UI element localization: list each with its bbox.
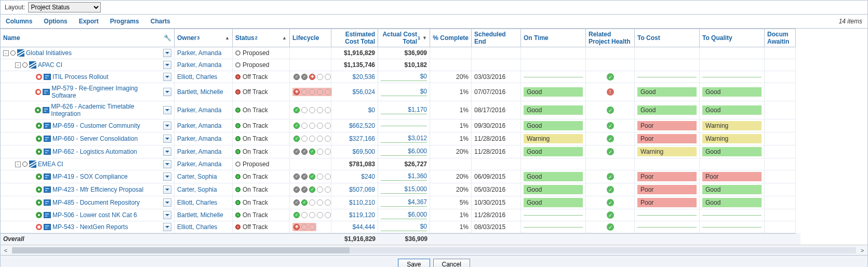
tree-toggle[interactable]: - xyxy=(3,50,9,56)
row-name-link[interactable]: ITIL Process Rollout xyxy=(52,73,109,81)
row-menu-dropdown[interactable] xyxy=(163,122,171,130)
scroll-track[interactable] xyxy=(12,247,856,253)
menu-columns[interactable]: Columns xyxy=(6,18,32,25)
on-time-value[interactable]: Good xyxy=(524,147,583,156)
estimated-cost-value[interactable]: $0 xyxy=(334,106,375,114)
owner-link[interactable]: Parker, Amanda xyxy=(177,106,221,114)
owner-link[interactable]: Parker, Amanda xyxy=(177,49,221,57)
on-time-value[interactable] xyxy=(524,76,583,77)
row-menu-dropdown[interactable] xyxy=(163,106,171,114)
row-menu-dropdown[interactable] xyxy=(163,73,171,81)
to-cost-value[interactable]: Poor xyxy=(637,172,697,181)
actual-cost-value[interactable]: $0 xyxy=(381,223,427,231)
to-quality-value[interactable]: Good xyxy=(702,105,762,115)
col-related-project-health[interactable]: Related Project Health xyxy=(586,29,635,47)
row-name-link[interactable]: MP-660 - Server Consolidation xyxy=(52,135,138,142)
col-estimated-cost[interactable]: Estimated Cost Total xyxy=(331,29,378,47)
estimated-cost-value[interactable]: $69,500 xyxy=(334,148,375,155)
row-name-link[interactable]: MP-579 - Re-Engineer Imaging Software xyxy=(51,85,162,99)
col-pct-complete[interactable]: % Complete xyxy=(430,29,472,47)
on-time-value[interactable]: Good xyxy=(524,172,583,181)
actual-cost-value[interactable]: $6,000 xyxy=(381,211,427,219)
scroll-thumb[interactable] xyxy=(12,247,350,253)
actual-cost-value[interactable] xyxy=(381,125,427,126)
tree-radio[interactable] xyxy=(10,50,16,56)
wrench-icon[interactable]: 🔧 xyxy=(164,34,171,42)
on-time-value[interactable]: Good xyxy=(524,105,583,115)
owner-link[interactable]: Elliott, Charles xyxy=(177,223,217,231)
menu-options[interactable]: Options xyxy=(44,18,67,25)
menu-programs[interactable]: Programs xyxy=(110,18,139,25)
row-name-link[interactable]: MP-485 - Document Repository xyxy=(52,199,140,206)
row-name-link[interactable]: MP-419 - SOX Compliance xyxy=(52,173,128,180)
to-quality-value[interactable] xyxy=(702,226,762,228)
on-time-value[interactable]: Warning xyxy=(524,134,583,143)
row-menu-dropdown[interactable] xyxy=(163,148,171,156)
estimated-cost-value[interactable]: $327,166 xyxy=(334,135,375,142)
row-menu-dropdown[interactable] xyxy=(163,49,171,57)
col-lifecycle[interactable]: Lifecycle xyxy=(290,29,331,47)
col-to-quality[interactable]: To Quality xyxy=(700,29,765,47)
row-menu-dropdown[interactable] xyxy=(163,211,171,219)
row-name-link[interactable]: Global Initiatives xyxy=(26,49,72,57)
on-time-value[interactable] xyxy=(524,215,583,216)
estimated-cost-value[interactable]: $20,536 xyxy=(334,73,375,81)
menu-export[interactable]: Export xyxy=(79,18,99,25)
owner-link[interactable]: Elliott, Charles xyxy=(177,199,217,206)
horizontal-scrollbar[interactable]: < > xyxy=(1,245,867,255)
row-menu-dropdown[interactable] xyxy=(163,88,171,96)
owner-link[interactable]: Parker, Amanda xyxy=(177,122,221,129)
row-name-link[interactable]: MP-506 - Lower cost NK Cat 6 xyxy=(52,211,137,219)
col-scheduled-end[interactable]: Scheduled End xyxy=(472,29,521,47)
owner-link[interactable]: Carter, Sophia xyxy=(177,173,217,180)
actual-cost-value[interactable]: $1,170 xyxy=(381,106,427,114)
owner-link[interactable]: Carter, Sophia xyxy=(177,186,217,193)
tree-radio[interactable] xyxy=(22,162,28,167)
col-to-cost[interactable]: To Cost xyxy=(635,29,700,47)
actual-cost-value[interactable]: $3,012 xyxy=(381,135,427,143)
row-name-link[interactable]: MP-659 - Customer Community xyxy=(52,122,140,129)
row-menu-dropdown[interactable] xyxy=(163,198,171,207)
to-quality-value[interactable]: Warning xyxy=(702,134,762,143)
col-status[interactable]: Status2 ▲ xyxy=(233,29,290,47)
on-time-value[interactable] xyxy=(524,226,583,228)
row-menu-dropdown[interactable] xyxy=(163,135,171,143)
row-menu-dropdown[interactable] xyxy=(163,172,171,181)
tree-toggle[interactable]: - xyxy=(15,162,21,167)
actual-cost-value[interactable]: $15,000 xyxy=(381,185,427,194)
col-on-time[interactable]: On Time xyxy=(521,29,586,47)
owner-link[interactable]: Bartlett, Michelle xyxy=(177,88,223,96)
row-name-link[interactable]: MP-543 - NextGen Reports xyxy=(52,223,128,231)
to-cost-value[interactable]: Warning xyxy=(637,147,697,156)
on-time-value[interactable]: Good xyxy=(524,87,583,97)
col-actual-cost[interactable]: Actual Cost Total1 ▼ xyxy=(378,29,430,47)
to-cost-value[interactable] xyxy=(637,215,697,216)
estimated-cost-value[interactable]: $507,069 xyxy=(334,186,375,193)
col-name[interactable]: Name 🔧 xyxy=(1,29,175,47)
owner-link[interactable]: Bartlett, Michelle xyxy=(177,211,223,219)
to-cost-value[interactable]: Poor xyxy=(637,198,697,207)
save-button[interactable]: Save xyxy=(398,259,430,268)
owner-link[interactable]: Parker, Amanda xyxy=(177,148,221,155)
actual-cost-value[interactable]: $6,000 xyxy=(381,148,427,156)
row-name-link[interactable]: MP-423 - Mfr Efficiency Proposal xyxy=(52,186,143,193)
to-cost-value[interactable] xyxy=(637,226,697,228)
row-menu-dropdown[interactable] xyxy=(163,185,171,194)
to-cost-value[interactable]: Good xyxy=(637,105,697,115)
to-cost-value[interactable]: Poor xyxy=(637,121,697,130)
scroll-left-icon[interactable]: < xyxy=(2,247,10,253)
estimated-cost-value[interactable]: $56,024 xyxy=(334,88,375,96)
to-quality-value[interactable] xyxy=(702,76,762,77)
scroll-right-icon[interactable]: > xyxy=(858,247,866,253)
actual-cost-value[interactable]: $1,360 xyxy=(381,172,427,181)
row-menu-dropdown[interactable] xyxy=(163,160,171,168)
to-quality-value[interactable]: Good xyxy=(702,87,762,97)
owner-link[interactable]: Parker, Amanda xyxy=(177,161,221,168)
row-menu-dropdown[interactable] xyxy=(163,223,171,231)
row-name-link[interactable]: MP-626 - Academic Timetable Integration xyxy=(51,103,162,117)
owner-link[interactable]: Parker, Amanda xyxy=(177,135,221,142)
to-cost-value[interactable]: Poor xyxy=(637,185,697,194)
to-quality-value[interactable] xyxy=(702,215,762,216)
row-menu-dropdown[interactable] xyxy=(163,61,171,69)
to-cost-value[interactable]: Poor xyxy=(637,134,697,143)
